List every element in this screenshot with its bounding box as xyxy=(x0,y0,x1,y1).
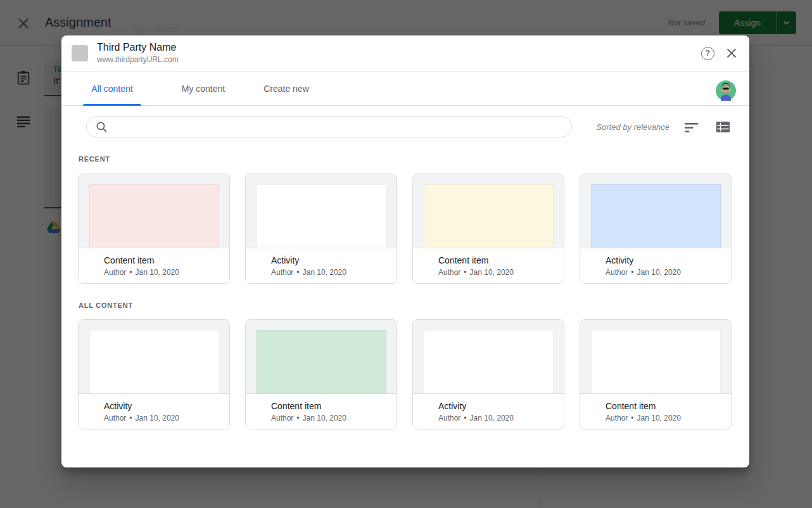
meta-separator: • xyxy=(631,268,633,277)
card-date: Jan 10, 2020 xyxy=(470,268,514,277)
content-card[interactable]: Content item Author•Jan 10, 2020 xyxy=(78,174,230,284)
content-card[interactable]: Activity Author•Jan 10, 2020 xyxy=(412,319,564,429)
meta-separator: • xyxy=(464,414,466,422)
meta-separator: • xyxy=(296,268,299,277)
sort-icon xyxy=(685,123,699,133)
card-author: Author xyxy=(438,414,460,422)
thumbnail xyxy=(89,184,219,248)
list-view-button[interactable] xyxy=(716,120,733,135)
card-date: Jan 10, 2020 xyxy=(637,268,681,277)
content-card[interactable]: Content item Author•Jan 10, 2020 xyxy=(412,174,564,284)
card-title: Activity xyxy=(104,400,222,412)
card-date: Jan 10, 2020 xyxy=(637,414,681,422)
card-title: Content item xyxy=(104,255,222,266)
thumbnail-area xyxy=(413,174,564,248)
thumbnail-area xyxy=(246,320,396,394)
card-footer: Content item Author•Jan 10, 2020 xyxy=(246,395,396,429)
close-icon xyxy=(725,46,739,60)
card-meta: Author•Jan 10, 2020 xyxy=(606,414,723,422)
card-author: Author xyxy=(606,268,628,277)
card-footer: Activity Author•Jan 10, 2020 xyxy=(79,395,229,429)
recent-card-row: Content item Author•Jan 10, 2020 Activit… xyxy=(78,174,733,284)
card-footer: Content item Author•Jan 10, 2020 xyxy=(413,249,564,283)
meta-separator: • xyxy=(296,414,299,422)
thumbnail-area xyxy=(79,320,229,394)
card-footer: Content item Author•Jan 10, 2020 xyxy=(79,249,229,283)
meta-separator: • xyxy=(631,414,633,422)
partner-url: www.thirdpartyURL.com xyxy=(97,55,179,64)
thumbnail-area xyxy=(580,320,731,394)
dialog-header: Third Party Name www.thirdpartyURL.com ? xyxy=(61,35,749,72)
all-content-card-row: Activity Author•Jan 10, 2020 Content ite… xyxy=(78,319,733,429)
thumbnail xyxy=(257,330,386,393)
thumbnail-area xyxy=(580,174,731,248)
thumbnail xyxy=(89,330,219,393)
card-date: Jan 10, 2020 xyxy=(470,414,514,422)
table-view-icon xyxy=(716,122,730,133)
card-author: Author xyxy=(271,268,293,277)
card-author: Author xyxy=(104,268,126,277)
thumbnail xyxy=(591,330,721,393)
card-author: Author xyxy=(438,268,460,277)
card-title: Activity xyxy=(438,400,556,412)
thumbnail xyxy=(424,184,554,248)
card-meta: Author•Jan 10, 2020 xyxy=(271,414,389,422)
card-title: Content item xyxy=(606,400,723,412)
tab-create-new[interactable]: Create new xyxy=(255,72,318,106)
card-footer: Content item Author•Jan 10, 2020 xyxy=(580,395,731,429)
section-label-all-content: ALL CONTENT xyxy=(79,302,133,309)
search-bar xyxy=(86,116,572,137)
card-author: Author xyxy=(606,414,628,422)
search-icon xyxy=(96,121,108,133)
tab-my-content[interactable]: My content xyxy=(172,72,234,106)
thumbnail xyxy=(591,184,721,248)
dialog-tabs: All content My content Create new xyxy=(61,72,749,106)
thumbnail-area xyxy=(79,174,229,248)
sort-status-text: Sorted by relevance xyxy=(596,122,669,132)
meta-separator: • xyxy=(129,268,132,277)
card-meta: Author•Jan 10, 2020 xyxy=(271,268,389,277)
close-dialog-button[interactable] xyxy=(725,46,739,60)
avatar[interactable] xyxy=(716,80,736,101)
meta-separator: • xyxy=(129,414,132,422)
card-title: Content item xyxy=(271,400,389,412)
sort-button[interactable] xyxy=(685,120,701,136)
content-card[interactable]: Content item Author•Jan 10, 2020 xyxy=(580,319,732,429)
thumbnail-area xyxy=(413,320,564,394)
card-meta: Author•Jan 10, 2020 xyxy=(104,268,222,277)
card-author: Author xyxy=(271,414,293,422)
thumbnail-area xyxy=(246,174,396,248)
search-input[interactable] xyxy=(114,122,564,132)
tab-all-content[interactable]: All content xyxy=(83,72,141,106)
partner-logo xyxy=(72,45,88,61)
card-meta: Author•Jan 10, 2020 xyxy=(438,268,556,277)
card-date: Jan 10, 2020 xyxy=(303,268,346,277)
card-meta: Author•Jan 10, 2020 xyxy=(104,414,222,422)
card-date: Jan 10, 2020 xyxy=(303,414,346,422)
card-footer: Activity Author•Jan 10, 2020 xyxy=(246,249,396,283)
content-card[interactable]: Activity Author•Jan 10, 2020 xyxy=(78,319,230,429)
section-label-recent: RECENT xyxy=(79,155,110,163)
content-card[interactable]: Activity Author•Jan 10, 2020 xyxy=(245,174,397,284)
card-title: Activity xyxy=(271,255,389,266)
meta-separator: • xyxy=(464,268,466,277)
card-date: Jan 10, 2020 xyxy=(136,268,179,277)
card-title: Content item xyxy=(438,255,556,266)
card-meta: Author•Jan 10, 2020 xyxy=(438,414,556,422)
card-author: Author xyxy=(104,414,126,422)
content-card[interactable]: Activity Author•Jan 10, 2020 xyxy=(580,174,732,284)
content-card[interactable]: Content item Author•Jan 10, 2020 xyxy=(245,319,397,429)
third-party-picker-dialog: Third Party Name www.thirdpartyURL.com ?… xyxy=(61,35,749,467)
thumbnail xyxy=(257,184,386,248)
card-date: Jan 10, 2020 xyxy=(136,414,179,422)
card-footer: Activity Author•Jan 10, 2020 xyxy=(580,249,731,283)
thumbnail xyxy=(424,330,554,393)
card-title: Activity xyxy=(606,255,723,266)
help-icon[interactable]: ? xyxy=(701,47,714,60)
partner-name: Third Party Name xyxy=(97,42,176,53)
card-footer: Activity Author•Jan 10, 2020 xyxy=(413,395,564,429)
card-meta: Author•Jan 10, 2020 xyxy=(606,268,723,277)
